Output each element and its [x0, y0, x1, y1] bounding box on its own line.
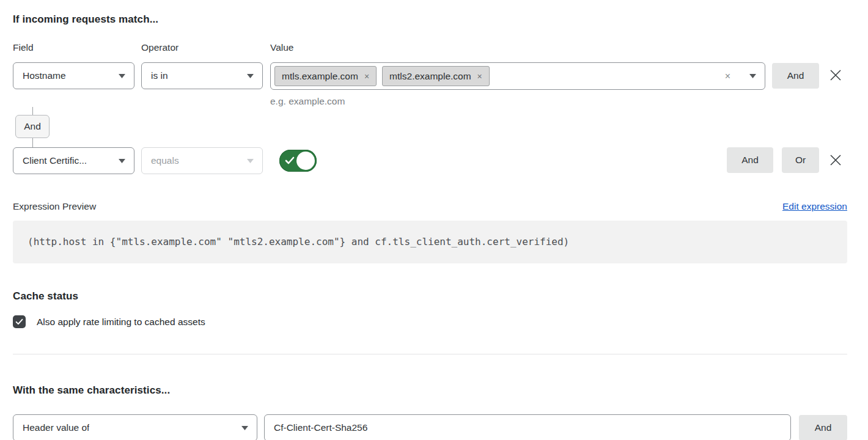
row-2-actions: And Or — [727, 147, 847, 173]
cache-status-title: Cache status — [13, 290, 847, 302]
close-icon — [829, 154, 842, 166]
column-labels: Field Operator Value — [13, 42, 847, 53]
value-tag-text: mtls2.example.com — [389, 71, 471, 82]
tag-remove-icon[interactable]: × — [477, 72, 482, 81]
value-column-label: Value — [270, 42, 847, 53]
cache-checkbox-label: Also apply rate limiting to cached asset… — [37, 317, 205, 328]
chevron-down-icon — [119, 159, 125, 163]
check-icon — [15, 318, 23, 325]
boolean-value-toggle[interactable] — [279, 150, 317, 172]
connector-line — [32, 138, 33, 147]
chevron-down-icon — [247, 159, 254, 163]
cached-assets-checkbox[interactable] — [13, 315, 26, 328]
operator-select-disabled: equals — [141, 147, 263, 174]
header-name-input[interactable] — [264, 414, 791, 440]
remove-condition-button[interactable] — [824, 147, 847, 173]
value-tag-text: mtls.example.com — [282, 71, 358, 82]
cache-checkbox-row: Also apply rate limiting to cached asset… — [13, 315, 847, 328]
operator-column-label: Operator — [141, 42, 270, 53]
clear-all-icon[interactable]: × — [725, 72, 730, 81]
toggle-knob — [296, 152, 315, 170]
operator-select-value: is in — [151, 70, 168, 81]
tag-remove-icon[interactable]: × — [364, 72, 369, 81]
value-tag: mtls2.example.com × — [382, 66, 490, 86]
field-select-value: Client Certific... — [23, 155, 87, 166]
field-column-label: Field — [13, 42, 141, 53]
value-dropdown-chevron[interactable] — [743, 74, 756, 78]
remove-condition-button[interactable] — [824, 62, 847, 88]
value-tag: mtls.example.com × — [274, 66, 377, 86]
chevron-down-icon — [749, 74, 756, 78]
characteristic-select-value: Header value of — [23, 422, 89, 433]
expression-preview-label: Expression Preview — [13, 201, 96, 212]
connector-line — [32, 107, 33, 115]
condition-connector: And — [13, 107, 86, 147]
add-characteristic-button[interactable]: And — [799, 415, 847, 440]
field-select[interactable]: Hostname — [13, 62, 134, 89]
add-and-condition-button[interactable]: And — [727, 147, 773, 173]
connector-and-toggle[interactable]: And — [15, 115, 50, 138]
add-or-condition-button[interactable]: Or — [782, 147, 819, 173]
section-divider — [13, 354, 847, 354]
operator-select-value: equals — [151, 155, 179, 166]
field-select[interactable]: Client Certific... — [13, 147, 134, 174]
value-helper-text: e.g. example.com — [270, 96, 765, 107]
condition-row-1: Hostname is in mtls.example.com × mtls2.… — [13, 62, 847, 107]
rule-builder-page: If incoming requests match... Field Oper… — [0, 0, 868, 440]
characteristics-title: With the same characteristics... — [13, 384, 847, 397]
characteristics-row: Header value of And — [13, 414, 847, 440]
match-section-title: If incoming requests match... — [13, 13, 847, 26]
operator-select[interactable]: is in — [141, 62, 263, 89]
chevron-down-icon — [119, 74, 125, 78]
chevron-down-icon — [247, 74, 254, 78]
condition-row-2: Client Certific... equals And Or — [13, 147, 847, 174]
expression-code: (http.host in {"mtls.example.com" "mtls2… — [13, 221, 847, 263]
edit-expression-link[interactable]: Edit expression — [782, 201, 847, 212]
add-and-condition-button[interactable]: And — [772, 63, 819, 89]
characteristic-select[interactable]: Header value of — [13, 414, 257, 440]
field-select-value: Hostname — [23, 70, 66, 81]
value-column: mtls.example.com × mtls2.example.com × ×… — [270, 62, 765, 107]
check-icon — [285, 156, 295, 164]
close-icon — [829, 69, 842, 81]
chevron-down-icon — [241, 426, 248, 430]
value-multiselect-input[interactable]: mtls.example.com × mtls2.example.com × × — [270, 62, 765, 90]
expression-preview-header: Expression Preview Edit expression — [13, 201, 847, 212]
